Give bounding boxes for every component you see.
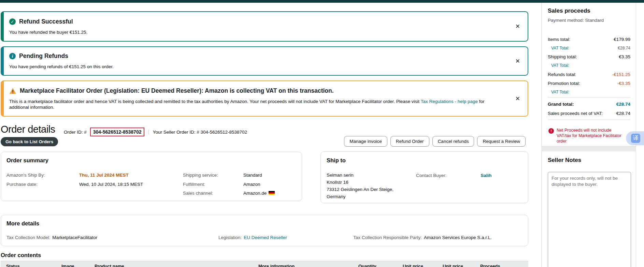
more-details-card: More details Tax Collection Model: Marke… [1,215,528,246]
column-product-name: Product name [95,264,124,267]
shipping-total-label: Shipping total: [548,54,577,59]
vat-total-value: €28.74 [618,46,630,50]
column-unit-price: Unit price [403,264,423,267]
promotion-total-label: Promotion total: [548,81,580,86]
sales-proceeds-title: Sales proceeds [548,8,590,14]
responsible-party-label: Tax Collection Responsible Party: [353,235,422,240]
net-proceeds-label: Sales proceeds net of VAT: [548,111,603,116]
alert-refund-successful: ✓ Refund Successful You have refunded th… [1,11,528,42]
alert-content: ✓ Refund Successful You have refunded th… [4,14,513,39]
fulfillment-label: Fulfillment: [183,182,205,187]
ship-to-title: Ship to [327,157,346,164]
tax-model-label: Tax Collection Model: [6,235,50,240]
ship-by-label: Amazon's Ship By: [6,173,45,178]
address-line: Germany [327,193,393,200]
refunds-total-value: -€151.25 [612,72,630,77]
legislation-link[interactable]: EU Deemed Reseller [244,235,287,240]
warning-text: Net Proceeds will not include VAT/tax fo… [557,128,627,144]
fulfillment-value: Amazon [243,182,260,187]
shipping-total-row: Shipping total: €3.35 [548,54,630,59]
order-contents-title: Order contents [1,252,41,258]
address-line: Knollstr 16 [327,179,393,186]
legislation-label: Legislation: [218,235,242,240]
alert-content: i Pending Refunds You have pending refun… [4,48,513,74]
alert-marketplace-facilitator: Marketplace Facilitator Order (Legislati… [1,80,528,117]
net-proceeds-warning: ! Net Proceeds will not include VAT/tax … [548,128,627,144]
tax-collection-model: Tax Collection Model: MarketplaceFacilit… [6,235,97,240]
seller-notes-input[interactable] [548,172,631,267]
responsible-party-value: Amazon Services Europe S.a.r.L. [424,235,492,240]
promotion-total-row: Promotion total: -€3.35 [548,81,630,86]
sales-channel-value: Amazon.de [243,191,275,196]
order-summary-title: Order summary [6,157,48,164]
contact-buyer-row: Contact Buyer: Salih [416,173,492,178]
order-details-page: ✓ Refund Successful You have refunded th… [0,0,644,267]
translate-icon[interactable]: 译 [631,134,640,143]
vat-total-row: VAT Total: [548,90,630,94]
alert-content: Marketplace Facilitator Order (Legislati… [4,83,513,114]
items-total-value: €179.99 [614,37,630,42]
success-check-icon: ✓ [9,18,16,25]
column-image: Image [61,264,74,267]
refunds-total-label: Refunds total: [548,72,576,77]
column-more-information: More information [258,264,295,267]
divider: | [148,129,149,135]
refund-order-button[interactable]: Refund Order [390,136,429,147]
vat-total-row: VAT Total: [548,63,630,68]
legislation: Legislation: EU Deemed Reseller [218,235,287,240]
info-icon: i [9,53,16,59]
grand-total-row: Grand total: €28.74 [548,102,630,107]
close-icon[interactable]: ✕ [513,22,523,31]
order-id-row: Order ID: # 304-5626512-8538702 | Your S… [64,128,247,136]
request-a-review-button[interactable]: Request a Review [477,136,526,147]
seller-order-id: Your Seller Order ID: # 304-5626512-8538… [153,130,247,135]
cancel-refunds-button[interactable]: Cancel refunds [432,136,474,147]
contact-buyer-label: Contact Buyer: [416,173,446,178]
items-total-row: Items total: €179.99 [548,37,630,42]
tax-regulations-link[interactable]: Tax Regulations - help page [421,99,478,104]
payment-method: Payment method: Standard [548,18,604,23]
sales-channel-label: Sales channel: [183,191,213,196]
vat-total-label: VAT Total: [551,90,569,94]
shipping-service-label: Shipping service: [183,173,218,178]
seller-notes-title: Seller Notes [548,157,581,164]
tax-model-value: MarketplaceFacilitator [52,235,97,240]
alert-body-text: This is a marketplace facilitator order … [9,99,419,104]
column-unit-price-2: Unit price [443,264,463,267]
purchase-date-label: Purchase date: [6,182,38,187]
divider [548,120,630,120]
items-total-label: Items total: [548,37,570,42]
page-title: Order details [1,124,55,135]
purchase-date-value: Wed, 10 Jul 2024, 18:15 MEST [79,182,143,187]
promotion-total-value: -€3.35 [617,81,630,86]
alert-pending-refunds: i Pending Refunds You have pending refun… [1,46,528,76]
column-proceeds: Proceeds [480,264,500,267]
warning-triangle-icon [9,88,16,94]
shipping-service-value: Standard [243,173,262,178]
sidebar-divider-band [541,147,636,151]
order-contents-header-row: Status Image Product name More informati… [1,261,528,267]
order-summary-card: Order summary Amazon's Ship By: Thu, 11 … [1,152,302,201]
close-icon[interactable]: ✕ [513,57,523,65]
alert-body: This is a marketplace facilitator order … [9,99,497,110]
vat-total-row: VAT Total: €28.74 [548,46,630,50]
translate-widget[interactable]: 译 [626,131,644,145]
order-id-value: 304-5626512-8538702 [90,128,145,136]
grand-total-value: €28.74 [616,102,630,107]
contact-buyer-link[interactable]: Salih [481,173,491,178]
error-exclamation-icon: ! [548,128,554,134]
column-quantity: Quantity [358,264,376,267]
alert-body: You have refunded the buyer €151.25. [9,29,497,35]
order-actions: Manage invoice Refund Order Cancel refun… [1,136,526,147]
address-line: 73312 Geislingen An Der Steige, [327,186,393,193]
grand-total-label: Grand total: [548,102,574,107]
top-nav-bar [0,0,644,3]
close-icon[interactable]: ✕ [513,94,523,103]
manage-invoice-button[interactable]: Manage invoice [344,136,387,147]
alert-body: You have pending refunds of €151.25 on t… [9,64,497,70]
shipping-total-value: €3.35 [619,54,630,59]
tax-responsible-party: Tax Collection Responsible Party: Amazon… [353,235,492,240]
buyer-name: Selman serin [327,172,393,179]
column-status: Status [6,264,20,267]
alert-title: Pending Refunds [19,53,68,60]
